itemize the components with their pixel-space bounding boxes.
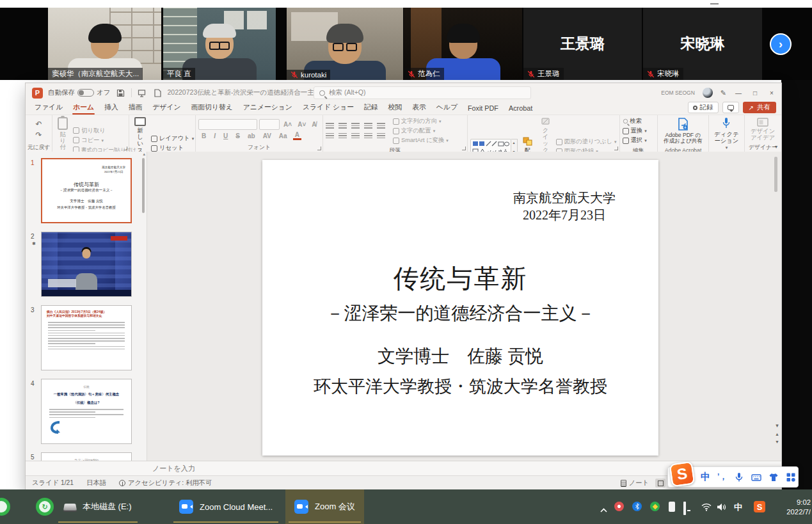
slide-thumbnail-2[interactable]	[41, 232, 132, 297]
tray-expand-chevron-icon[interactable]	[600, 504, 607, 515]
ime-punctuation-button[interactable]: ’，	[717, 472, 727, 482]
select-button[interactable]: 選択▾	[623, 136, 647, 145]
align-center-button[interactable]	[338, 133, 347, 139]
text-direction-button[interactable]: 文字列の方向▾	[393, 117, 449, 125]
slide-editing-canvas[interactable]: 南京航空航天大学 2022年7月23日 传统与革新 －涩泽荣一的道德经济合一主义…	[147, 152, 781, 461]
collapse-ribbon-icon[interactable]: ▾	[775, 144, 777, 150]
user-avatar[interactable]	[703, 88, 713, 98]
bold-button[interactable]: B	[200, 132, 208, 139]
zoom-window-minimize-dash[interactable]	[710, 3, 719, 4]
bluetooth-icon[interactable]	[632, 502, 642, 511]
slide-thumbnail-4[interactable]: 伝統 一般常識〈現代漢語〉句＋意味〉何主概念 〈伝統〉概念は?	[41, 379, 132, 444]
font-color-button[interactable]: A	[293, 132, 301, 140]
comments-button[interactable]	[722, 102, 739, 113]
ime-mode-button[interactable]: 中	[701, 471, 710, 483]
participant-tile-1[interactable]: 窦硕华（南京航空航天大...	[48, 8, 161, 80]
tab-transitions[interactable]: 画面切り替え	[186, 102, 238, 115]
current-slide[interactable]: 南京航空航天大学 2022年7月23日 传统与革新 －涩泽荣一的道德经济合一主义…	[262, 160, 658, 456]
slide-author-textbox[interactable]: 文学博士 佐藤 贡悦 环太平洋大学教授・筑波大学名誉教授	[262, 344, 658, 398]
slide-title-textbox[interactable]: 传统与革新 －涩泽荣一的道德经济合一主义－	[262, 261, 658, 326]
tab-record[interactable]: 記録	[359, 102, 383, 115]
normal-view-button[interactable]	[655, 479, 665, 488]
italic-button[interactable]: I	[212, 132, 218, 139]
record-button[interactable]: 記録	[688, 102, 719, 113]
next-participants-button[interactable]: ›	[770, 33, 792, 55]
quick-access-present-icon[interactable]	[137, 88, 147, 98]
dialog-launcher-icon[interactable]	[462, 147, 466, 150]
char-spacing-button[interactable]: AV	[261, 132, 273, 139]
notes-toggle-button[interactable]: ノート	[621, 479, 649, 488]
tab-design[interactable]: デザイン	[147, 102, 186, 115]
ime-keyboard-button[interactable]	[751, 472, 761, 482]
dialog-launcher-icon[interactable]	[123, 147, 127, 150]
previous-slide-button[interactable]: ▲	[775, 432, 779, 436]
increase-font-button[interactable]: A˄	[282, 121, 294, 128]
close-button[interactable]: ×	[767, 90, 776, 97]
ime-mic-button[interactable]	[734, 472, 744, 482]
line-spacing-button[interactable]	[377, 123, 385, 129]
justify-button[interactable]	[364, 133, 372, 139]
increase-indent-button[interactable]	[364, 123, 372, 129]
sogou-tray-icon[interactable]: S	[754, 501, 765, 512]
ime-toolbox-button[interactable]	[786, 472, 796, 482]
participant-tile-3[interactable]: kurotaki	[287, 8, 403, 80]
tab-draw[interactable]: 描画	[123, 102, 148, 115]
design-ideas-button[interactable]: デザイン アイデア	[747, 118, 779, 141]
tab-insert[interactable]: 挿入	[99, 102, 123, 115]
tab-animations[interactable]: アニメーション	[238, 102, 298, 115]
share-button[interactable]: ↗ 共有	[743, 102, 776, 113]
align-text-button[interactable]: 文字の配置▾	[393, 127, 449, 135]
slide-thumbnail-1[interactable]: 南京航空航天大学 2022年7月23日 传统与革新 －涩泽荣一的道德经济合一主义…	[41, 158, 132, 223]
pen-icon[interactable]: ✎	[720, 89, 726, 97]
copy-button[interactable]: コピー▾	[73, 136, 136, 145]
participant-tile-6[interactable]: 宋晓琳 宋晓琳	[643, 8, 762, 80]
tab-file[interactable]: ファイル	[29, 102, 68, 115]
font-size-select[interactable]	[259, 119, 280, 130]
display-icon[interactable]	[683, 502, 686, 515]
bullets-button[interactable]	[326, 123, 334, 129]
wifi-icon[interactable]	[701, 502, 712, 514]
green-globe-icon[interactable]	[650, 502, 660, 511]
tab-acrobat[interactable]: Acrobat	[504, 103, 537, 115]
find-button[interactable]: 検索	[623, 117, 647, 125]
ime-language-indicator[interactable]: 中	[734, 502, 742, 513]
decrease-font-button[interactable]: A˅	[296, 121, 308, 128]
dialog-launcher-icon[interactable]	[317, 147, 321, 150]
taskbar-clock[interactable]: 9:02 2022/7/	[781, 498, 811, 518]
columns-button[interactable]	[377, 133, 385, 139]
antivirus-flower-icon[interactable]	[614, 502, 624, 511]
quick-access-new-doc-icon[interactable]	[152, 88, 163, 98]
layout-button[interactable]: レイアウト▾	[151, 134, 194, 143]
accessibility-status[interactable]: アクセシビリティ: 利用不可	[119, 479, 212, 488]
autosave-toggle[interactable]: 自動保存 オフ	[48, 88, 111, 97]
numbering-button[interactable]	[338, 123, 347, 129]
usb-device-icon[interactable]	[669, 502, 675, 512]
tab-review[interactable]: 校閲	[383, 102, 408, 115]
save-icon[interactable]	[116, 88, 126, 98]
minimize-button[interactable]: —	[734, 90, 743, 97]
align-left-button[interactable]	[326, 133, 334, 139]
dictate-button[interactable]: ディクテーション ▾	[712, 117, 741, 150]
ime-skin-button[interactable]	[768, 472, 779, 482]
restore-button[interactable]: □	[751, 90, 760, 97]
redo-button[interactable]: ↷	[33, 130, 45, 140]
canvas-scrollbar-thumb[interactable]	[774, 157, 777, 192]
search-box[interactable]: 検索 (Alt+Q)	[314, 86, 531, 99]
shape-fill-button[interactable]: 図形の塗りつぶし▾	[556, 138, 617, 146]
taskbar-button-zoom-cloud[interactable]: Zoom Cloud Meet...	[170, 489, 282, 524]
participant-tile-5[interactable]: 王景璐 王景璐	[523, 8, 642, 80]
decrease-indent-button[interactable]	[351, 123, 360, 129]
replace-button[interactable]: 置換▾	[623, 127, 647, 135]
smartart-button[interactable]: SmartArt に変換▾	[393, 136, 449, 145]
taskbar-button-zoom-meeting[interactable]: Zoom 会议	[285, 489, 364, 524]
slide-thumbnail-3[interactable]: 摘自《人民日报》2013年7月5日（第24版） 刘中天喜论中国哲学体系建设与和谐…	[41, 305, 132, 370]
tab-foxit-pdf[interactable]: Foxit PDF	[463, 103, 504, 115]
font-name-select[interactable]	[198, 119, 257, 130]
scroll-down-icon[interactable]: ▾	[776, 422, 779, 429]
panel-scroll-up-icon[interactable]: ▴	[143, 152, 145, 157]
tab-slideshow[interactable]: スライド ショー	[298, 102, 359, 115]
undo-button[interactable]: ↶	[33, 119, 45, 129]
browser-360-icon[interactable]: ↻	[36, 498, 54, 516]
tab-view[interactable]: 表示	[407, 102, 431, 115]
tab-home[interactable]: ホーム	[68, 102, 99, 115]
